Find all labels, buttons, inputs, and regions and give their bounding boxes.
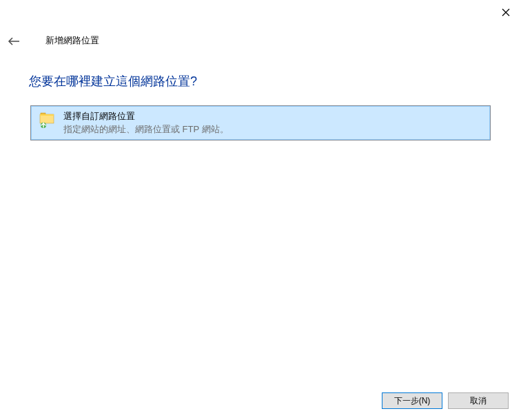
option-custom-network-location[interactable]: 選擇自訂網路位置 指定網站的網址、網路位置或 FTP 網站。: [31, 106, 490, 140]
next-button[interactable]: 下一步(N): [382, 392, 442, 409]
button-bar: 下一步(N) 取消: [382, 392, 509, 409]
page-heading: 您要在哪裡建立這個網路位置?: [29, 73, 197, 90]
wizard-title: 新增網路位置: [45, 34, 99, 47]
close-button[interactable]: [499, 6, 513, 19]
option-description: 指定網站的網址、網路位置或 FTP 網站。: [63, 123, 229, 136]
option-text: 選擇自訂網路位置 指定網站的網址、網路位置或 FTP 網站。: [63, 110, 229, 136]
cancel-button[interactable]: 取消: [448, 392, 509, 409]
back-button[interactable]: [6, 33, 22, 50]
svg-rect-5: [40, 114, 54, 116]
arrow-left-icon: [8, 36, 20, 46]
option-list: 選擇自訂網路位置 指定網站的網址、網路位置或 FTP 網站。: [30, 105, 491, 140]
network-folder-icon: [37, 110, 57, 129]
option-title: 選擇自訂網路位置: [63, 110, 229, 123]
close-icon: [502, 8, 510, 17]
